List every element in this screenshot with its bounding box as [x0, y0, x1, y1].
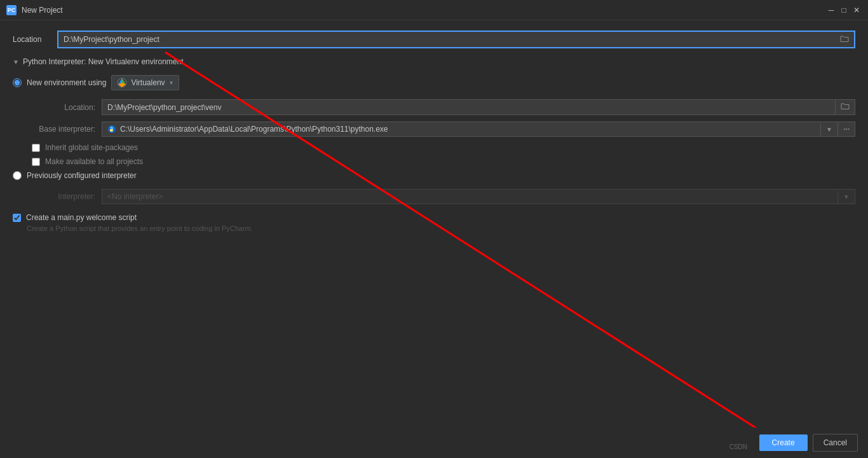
new-environment-radio-row: New environment using Virtualenv ▼: [13, 75, 855, 90]
create-script-checkbox[interactable]: [13, 214, 21, 222]
interpreter-disabled-row: Interpreter: <No interpreter> ▼: [13, 189, 855, 204]
window-title: New Project: [22, 6, 63, 15]
venv-location-folder-button[interactable]: [835, 100, 855, 114]
location-folder-button[interactable]: [835, 32, 854, 47]
create-script-description: Create a Python script that provides an …: [13, 225, 855, 232]
previously-configured-label[interactable]: Previously configured interpreter: [27, 171, 137, 180]
create-script-section: Create a main.py welcome script Create a…: [13, 213, 855, 232]
cancel-button[interactable]: Cancel: [813, 434, 858, 452]
virtualenv-icon: [117, 78, 127, 88]
base-interpreter-more-button[interactable]: ···: [837, 122, 855, 136]
location-input-wrapper: [57, 31, 855, 48]
new-environment-label[interactable]: New environment using: [27, 78, 106, 87]
app-icon: PC: [6, 5, 17, 15]
location-label: Location: [13, 35, 51, 44]
venv-location-input[interactable]: [102, 101, 835, 114]
title-bar-controls: ─ □ ✕: [826, 6, 862, 15]
available-label[interactable]: Make available to all projects: [45, 157, 143, 166]
location-row: Location: [13, 31, 855, 48]
interpreter-dropdown-button[interactable]: ▼: [837, 191, 855, 203]
inherit-checkbox-row: Inherit global site-packages: [13, 143, 855, 152]
location-input[interactable]: [58, 32, 835, 46]
interpreter-section-header[interactable]: ▼ Python Interpreter: New Virtualenv env…: [13, 57, 855, 66]
venv-location-label: Location:: [32, 103, 95, 112]
watermark: CSDN: [729, 443, 747, 450]
inherit-checkbox[interactable]: [32, 144, 40, 152]
interpreter-section-title: Python Interpreter: New Virtualenv envir…: [23, 57, 184, 66]
interpreter-label: Interpreter:: [32, 192, 95, 201]
venv-location-row: Location:: [13, 99, 855, 115]
base-interpreter-label: Base interpreter:: [32, 125, 95, 134]
virtualenv-dropdown-text: Virtualenv: [131, 78, 165, 87]
virtualenv-dropdown[interactable]: Virtualenv ▼: [111, 75, 179, 90]
inherit-label[interactable]: Inherit global site-packages: [45, 143, 138, 152]
title-bar-left: PC New Project: [6, 5, 63, 15]
python-icon: [107, 125, 116, 134]
chevron-down-icon: ▼: [13, 59, 19, 66]
base-interpreter-row: Base interpreter: C:\Users\Administrator…: [13, 121, 855, 137]
title-bar: PC New Project ─ □ ✕: [0, 0, 868, 20]
create-button[interactable]: Create: [759, 434, 808, 451]
main-content: Location ▼ Python Interpreter: New Virtu…: [0, 20, 868, 458]
venv-location-input-wrapper: [102, 99, 855, 115]
create-script-row: Create a main.py welcome script: [13, 213, 855, 222]
svg-point-2: [111, 128, 112, 128]
base-interpreter-path: C:\Users\Administrator\AppData\Local\Pro…: [120, 125, 388, 134]
available-checkbox-row: Make available to all projects: [13, 157, 855, 166]
restore-button[interactable]: □: [839, 6, 849, 15]
base-interpreter-dropdown-button[interactable]: ▼: [820, 123, 837, 135]
minimize-button[interactable]: ─: [826, 6, 836, 15]
previously-configured-radio[interactable]: [13, 171, 22, 180]
base-interpreter-wrapper: C:\Users\Administrator\AppData\Local\Pro…: [102, 121, 855, 137]
create-script-label[interactable]: Create a main.py welcome script: [26, 213, 137, 222]
base-interpreter-left: C:\Users\Administrator\AppData\Local\Pro…: [102, 122, 820, 136]
close-button[interactable]: ✕: [851, 6, 862, 15]
bottom-bar: Create Cancel: [0, 427, 868, 458]
interpreter-dropdown-wrapper: <No interpreter> ▼: [102, 189, 855, 204]
prev-configured-radio-row: Previously configured interpreter: [13, 171, 855, 180]
svg-point-3: [112, 130, 113, 130]
available-checkbox[interactable]: [32, 158, 40, 166]
new-environment-radio[interactable]: [13, 78, 22, 87]
virtualenv-dropdown-arrow: ▼: [169, 80, 174, 86]
interpreter-dropdown-text: <No interpreter>: [102, 190, 837, 204]
